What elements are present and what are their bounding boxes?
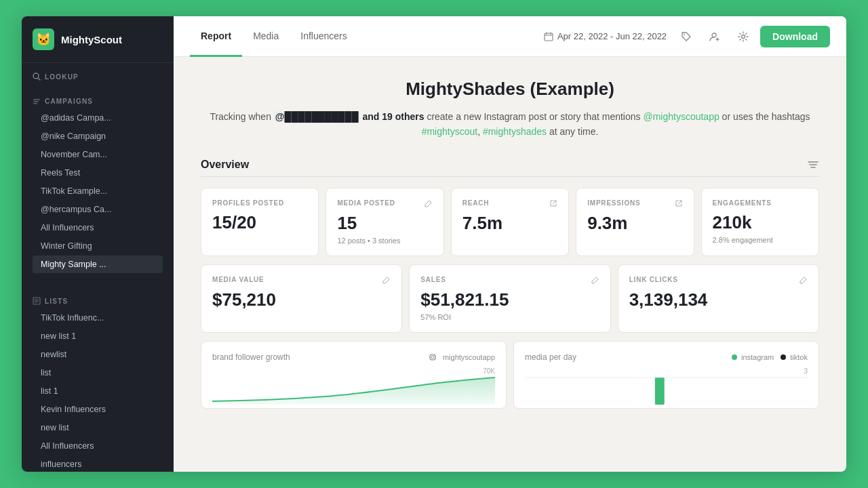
- stat-media-label: MEDIA POSTED: [337, 199, 432, 207]
- stat-media-value: MEDIA VALUE $75,210: [201, 264, 402, 333]
- campaigns-section: CAMPAIGNS @adidas Campa...@nike Campaign…: [22, 87, 174, 277]
- follower-chart-title: brand follower growth: [212, 352, 290, 362]
- edit-icon-3[interactable]: [591, 276, 599, 284]
- stat-link-clicks-value: 3,139,134: [629, 289, 808, 310]
- stat-reach-value: 7.5m: [462, 213, 557, 234]
- stat-sales-label: SALES: [420, 276, 599, 284]
- sidebar-list-3[interactable]: list: [33, 364, 163, 382]
- sidebar-campaign-0[interactable]: @adidas Campa...: [33, 109, 163, 127]
- main-panel: Report Media Influencers Apr 22, 2022 - …: [174, 16, 846, 472]
- stat-engagements-sub: 2.8% engagement: [713, 236, 808, 244]
- tab-influencers[interactable]: Influencers: [290, 17, 357, 57]
- stat-reach: REACH 7.5m: [451, 188, 569, 256]
- sidebar-campaign-2[interactable]: November Cam...: [33, 146, 163, 163]
- lists-icon: [33, 297, 41, 305]
- sidebar: 🐱 MightyScout LOOKUP CAMPAIGNS: [22, 16, 174, 472]
- campaigns-label: CAMPAIGNS: [33, 97, 163, 105]
- follower-chart-header: brand follower growth mightyscoutapp: [212, 352, 495, 362]
- overview-title: Overview: [201, 159, 249, 171]
- stat-link-clicks-label: LINK CLICKS: [629, 276, 808, 284]
- media-per-day-chart: media per day instagram tiktok: [513, 341, 819, 409]
- search-icon: [33, 73, 41, 81]
- sidebar-campaign-5[interactable]: @hercampus Ca...: [33, 201, 163, 218]
- edit-icon-2[interactable]: [382, 276, 391, 284]
- stat-reach-label: REACH: [462, 199, 557, 207]
- download-button[interactable]: Download: [760, 26, 830, 47]
- lists-section: LISTS TikTok Influenc...new list 1newlis…: [22, 287, 174, 472]
- svg-point-20: [742, 35, 745, 38]
- sidebar-list-0[interactable]: TikTok Influenc...: [33, 309, 163, 327]
- stat-impressions: IMPRESSIONS 9.3m: [576, 188, 694, 256]
- tab-media[interactable]: Media: [242, 17, 290, 57]
- tab-report[interactable]: Report: [190, 17, 242, 57]
- sidebar-campaign-3[interactable]: Reels Test: [33, 164, 163, 182]
- calendar-icon: [544, 32, 553, 41]
- media-chart-y-label: 3: [804, 367, 808, 375]
- stat-profiles-posted: PROFILES POSTED 15/20: [201, 188, 319, 256]
- external-icon[interactable]: [549, 199, 557, 207]
- stat-impressions-value: 9.3m: [587, 213, 682, 234]
- sidebar-campaign-8[interactable]: Mighty Sample ...: [33, 256, 163, 273]
- sidebar-list-6[interactable]: new list: [33, 419, 163, 436]
- sidebar-list-8[interactable]: influencers: [33, 455, 163, 472]
- filter-icon[interactable]: [807, 159, 819, 171]
- media-chart-svg: [525, 371, 808, 405]
- sidebar-list-5[interactable]: Kevin Influencers: [33, 401, 163, 418]
- sidebar-campaign-6[interactable]: All Influencers: [33, 219, 163, 237]
- lists-list: TikTok Influenc...new list 1newlistlistl…: [33, 309, 163, 472]
- stat-media-value: 15: [337, 213, 432, 234]
- edit-icon[interactable]: [425, 199, 433, 207]
- page-title: MightyShades (Example): [201, 79, 819, 100]
- add-user-button[interactable]: [703, 25, 726, 48]
- sidebar-campaign-7[interactable]: Winter Gifting: [33, 237, 163, 255]
- header-actions: Download: [675, 25, 830, 48]
- svg-rect-12: [545, 33, 553, 41]
- svg-point-16: [684, 34, 685, 35]
- campaigns-list: @adidas Campa...@nike CampaignNovember C…: [33, 109, 163, 273]
- sidebar-list-1[interactable]: new list 1: [33, 327, 163, 345]
- edit-icon-4[interactable]: [800, 276, 808, 284]
- svg-point-25: [431, 356, 434, 359]
- tag-button[interactable]: [675, 25, 698, 48]
- legend-tiktok: tiktok: [781, 353, 808, 361]
- svg-rect-5: [33, 101, 39, 102]
- external-icon-2[interactable]: [675, 199, 683, 207]
- overview-header: Overview: [201, 159, 819, 177]
- top-stats-grid: PROFILES POSTED 15/20 MEDIA POSTED 15 12…: [201, 188, 819, 256]
- svg-rect-27: [655, 378, 665, 405]
- svg-point-17: [712, 33, 716, 37]
- svg-rect-6: [33, 103, 37, 104]
- stat-sales-value: $51,821.15: [420, 289, 599, 310]
- brand-follower-chart: brand follower growth mightyscoutapp 70K: [201, 341, 507, 409]
- logo-icon: 🐱: [33, 28, 54, 50]
- charts-row: brand follower growth mightyscoutapp 70K: [201, 341, 819, 409]
- nav-tabs: Report Media Influencers: [190, 16, 358, 56]
- stat-profiles-value: 15/20: [212, 212, 307, 233]
- gear-icon: [738, 31, 749, 42]
- sidebar-campaign-1[interactable]: @nike Campaign: [33, 127, 163, 145]
- page-subtitle: Tracking when @███████████ and 19 others…: [201, 109, 819, 140]
- media-chart-title: media per day: [525, 352, 576, 362]
- stat-sales-sub: 57% ROI: [420, 313, 599, 321]
- svg-point-26: [434, 355, 435, 356]
- sidebar-list-7[interactable]: All Influencers: [33, 437, 163, 455]
- svg-rect-4: [33, 99, 40, 100]
- svg-text:🐱: 🐱: [36, 32, 52, 47]
- lists-label: LISTS: [33, 297, 163, 305]
- bottom-stats-grid: MEDIA VALUE $75,210 SALES $51,821.15 57%…: [201, 264, 819, 333]
- follower-chart-area: 70K: [212, 367, 495, 405]
- date-range: Apr 22, 2022 - Jun 22, 2022: [544, 31, 667, 41]
- sidebar-list-4[interactable]: list 1: [33, 382, 163, 400]
- follower-chart-y-label: 70K: [483, 367, 495, 375]
- stat-media-sub: 12 posts • 3 stories: [337, 237, 432, 245]
- stat-impressions-label: IMPRESSIONS: [587, 199, 682, 207]
- sidebar-campaign-4[interactable]: TikTok Example...: [33, 182, 163, 200]
- stat-engagements-label: ENGAGEMENTS: [713, 199, 808, 207]
- media-chart-header: media per day instagram tiktok: [525, 352, 808, 362]
- add-user-icon: [709, 31, 720, 42]
- stat-sales: SALES $51,821.15 57% ROI: [409, 264, 610, 333]
- stat-profiles-label: PROFILES POSTED: [212, 199, 307, 207]
- settings-button[interactable]: [732, 25, 755, 48]
- sidebar-list-2[interactable]: newlist: [33, 346, 163, 363]
- stat-media-value-label: MEDIA VALUE: [212, 276, 391, 284]
